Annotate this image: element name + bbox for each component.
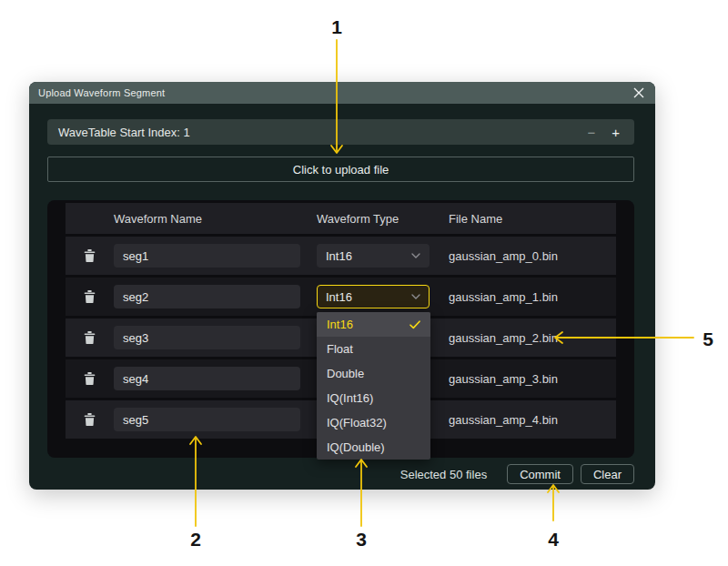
file-name-label: gaussian_amp_0.bin [449,249,616,263]
dropdown-option-int16[interactable]: Int16 [317,312,430,337]
wavetable-start-index-control: WaveTable Start Index: 1 − + [47,119,634,145]
dropdown-option-label: IQ(Int16) [327,391,420,405]
table-row: Int16 gaussian_amp_0.bin [66,237,616,275]
commit-button[interactable]: Commit [507,464,573,484]
close-icon [633,87,644,98]
callout-number-3: 3 [356,529,367,551]
waveform-name-input[interactable] [114,285,300,308]
trash-icon [84,290,96,303]
clear-button[interactable]: Clear [581,464,634,484]
wavetable-start-index-label: WaveTable Start Index: 1 [58,126,190,139]
waveform-name-input[interactable] [114,244,300,268]
decrement-button[interactable]: − [583,126,599,139]
type-select[interactable]: Int16 [317,285,430,308]
type-select[interactable]: Int16 [317,244,430,268]
dropdown-option-iq-double[interactable]: IQ(Double) [317,435,430,460]
table-header-row: Waveform Name Waveform Type File Name [66,203,616,234]
waveform-name-input[interactable] [114,326,300,349]
callout-number-4: 4 [548,529,559,551]
trash-icon [84,249,96,262]
dropdown-option-label: Float [327,342,420,356]
file-name-label: gaussian_amp_2.bin [449,331,616,345]
callout-number-1: 1 [331,16,342,38]
type-select-value: Int16 [326,249,411,263]
delete-row-button[interactable] [81,328,99,347]
callout-arrow-4 [548,485,559,521]
dropdown-option-label: IQ(Float32) [327,416,420,430]
close-button[interactable] [632,86,646,100]
column-header-file-name: File Name [449,212,616,226]
check-icon [410,320,420,329]
chevron-down-icon [411,294,420,299]
delete-row-button[interactable] [81,288,99,306]
dropdown-option-label: Int16 [327,318,410,331]
dropdown-option-label: IQ(Double) [327,440,420,454]
file-name-label: gaussian_amp_1.bin [449,290,616,304]
delete-row-button[interactable] [81,247,99,265]
dialog-footer: Selected 50 files Commit Clear [29,464,655,484]
delete-row-button[interactable] [81,369,99,388]
chevron-down-icon [411,253,420,258]
type-dropdown-menu: Int16FloatDoubleIQ(Int16)IQ(Float32)IQ(D… [317,312,430,460]
waveform-name-input[interactable] [114,408,300,431]
callout-number-2: 2 [190,529,201,551]
trash-icon [84,331,96,344]
table-row: Int16 gaussian_amp_1.bin [66,278,616,316]
dropdown-option-iq-float32[interactable]: IQ(Float32) [317,410,430,435]
dropdown-option-label: Double [327,367,420,380]
file-name-label: gaussian_amp_3.bin [449,372,616,386]
selected-files-count: Selected 50 files [400,468,487,481]
dropdown-option-double[interactable]: Double [317,361,430,386]
waveform-name-input[interactable] [114,367,300,390]
upload-file-button[interactable]: Click to upload file [47,157,634,182]
dialog-title: Upload Waveform Segment [38,87,165,98]
column-header-waveform-name: Waveform Name [114,212,317,226]
increment-button[interactable]: + [608,126,623,139]
trash-icon [84,372,96,385]
dropdown-option-float[interactable]: Float [317,337,430,361]
type-select-value: Int16 [326,290,411,304]
upload-waveform-dialog: Upload Waveform Segment WaveTable Start … [29,82,655,490]
column-header-waveform-type: Waveform Type [317,212,449,226]
dialog-titlebar: Upload Waveform Segment [29,82,655,104]
file-name-label: gaussian_amp_4.bin [449,413,616,427]
callout-number-5: 5 [703,328,713,350]
trash-icon [84,413,96,426]
delete-row-button[interactable] [81,410,99,429]
dropdown-option-iq-int16[interactable]: IQ(Int16) [317,386,430,410]
